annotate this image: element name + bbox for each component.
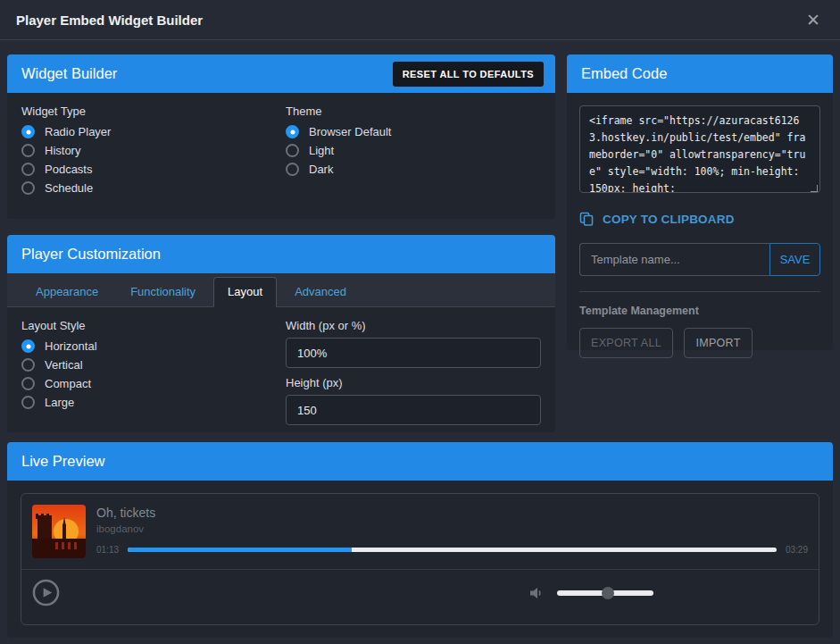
current-time: 01:13 — [96, 545, 119, 555]
radio-selected-icon[interactable] — [21, 125, 35, 138]
close-icon[interactable]: ✕ — [803, 10, 824, 30]
layout-style-label: Layout Style — [21, 319, 286, 332]
live-preview-title: Live Preview — [21, 453, 105, 470]
copy-to-clipboard-label: COPY TO CLIPBOARD — [603, 213, 735, 226]
radio-layout-large[interactable]: Large — [21, 393, 286, 412]
radio-player-widget: Oh, tickets ibogdanov 01:13 03:29 — [21, 493, 819, 625]
player-customization-header: Player Customization — [7, 235, 555, 273]
radio-label: Dark — [309, 163, 333, 176]
radio-label: Browser Default — [309, 125, 391, 138]
tab-appearance[interactable]: Appearance — [21, 277, 112, 306]
widget-type-group: Widget Type Radio Player History Podcast… — [21, 105, 286, 197]
radio-layout-compact[interactable]: Compact — [21, 374, 286, 393]
template-management-label: Template Management — [579, 305, 820, 317]
embed-code-textarea[interactable]: <iframe src="https://azuracast61263.host… — [579, 105, 820, 193]
radio-selected-icon[interactable] — [286, 125, 299, 138]
radio-theme-light[interactable]: Light — [286, 141, 541, 160]
radio-unselected-icon[interactable] — [21, 358, 35, 372]
song-title: Oh, tickets — [96, 506, 808, 520]
player-customization-panel: Player Customization Appearance Function… — [7, 235, 555, 432]
widget-builder-title: Widget Builder — [21, 65, 117, 82]
customization-tabbar: Appearance Functionality Layout Advanced — [7, 273, 555, 307]
radio-unselected-icon[interactable] — [21, 377, 35, 390]
radio-unselected-icon[interactable] — [21, 181, 35, 195]
radio-label: Light — [309, 144, 334, 157]
play-button[interactable] — [32, 579, 60, 606]
embed-code-header: Embed Code — [567, 54, 833, 93]
volume-thumb[interactable] — [602, 587, 614, 599]
divider — [579, 291, 820, 292]
radio-label: Vertical — [45, 358, 83, 372]
radio-label: History — [45, 144, 80, 157]
radio-label: Radio Player — [45, 125, 111, 138]
widget-type-label: Widget Type — [21, 105, 286, 118]
volume-icon[interactable] — [530, 587, 544, 599]
album-art — [32, 505, 86, 558]
radio-widget-type-history[interactable]: History — [21, 141, 286, 160]
radio-label: Schedule — [45, 181, 93, 195]
radio-selected-icon[interactable] — [21, 339, 35, 353]
radio-unselected-icon[interactable] — [286, 144, 299, 157]
radio-unselected-icon[interactable] — [21, 163, 35, 176]
radio-label: Large — [45, 396, 74, 409]
theme-group: Theme Browser Default Light Dark — [286, 105, 541, 197]
radio-layout-horizontal[interactable]: Horizontal — [21, 337, 286, 355]
radio-widget-type-schedule[interactable]: Schedule — [21, 179, 286, 197]
radio-theme-browser-default[interactable]: Browser Default — [286, 122, 541, 141]
radio-unselected-icon[interactable] — [21, 144, 35, 157]
height-input[interactable] — [286, 395, 541, 425]
radio-unselected-icon[interactable] — [286, 163, 299, 176]
radio-label: Horizontal — [45, 339, 97, 353]
song-artist: ibogdanov — [96, 523, 808, 534]
height-field-label: Height (px) — [286, 376, 541, 389]
radio-label: Compact — [45, 377, 91, 390]
copy-icon — [579, 212, 594, 226]
tab-functionality[interactable]: Functionality — [116, 277, 210, 306]
live-preview-panel: Live Preview — [7, 442, 833, 638]
live-preview-header: Live Preview — [7, 442, 833, 481]
width-input[interactable] — [286, 338, 541, 368]
width-field-label: Width (px or %) — [286, 319, 541, 332]
dialog-title: Player Embed Widget Builder — [16, 13, 203, 28]
progress-fill — [128, 548, 352, 552]
duration: 03:29 — [786, 545, 808, 555]
radio-widget-type-podcasts[interactable]: Podcasts — [21, 160, 286, 179]
radio-layout-vertical[interactable]: Vertical — [21, 355, 286, 374]
export-all-button[interactable]: EXPORT ALL — [579, 328, 673, 358]
reset-all-button[interactable]: RESET ALL TO DEFAULTS — [393, 62, 544, 87]
progress-bar[interactable] — [128, 548, 777, 552]
layout-style-group: Layout Style Horizontal Vertical Compact… — [21, 319, 286, 425]
embed-code-panel: Embed Code <iframe src="https://azuracas… — [567, 54, 833, 350]
player-customization-title: Player Customization — [21, 246, 161, 263]
save-template-button[interactable]: SAVE — [769, 243, 820, 276]
radio-theme-dark[interactable]: Dark — [286, 160, 541, 179]
embed-code-title: Embed Code — [581, 65, 667, 82]
dialog-titlebar: Player Embed Widget Builder ✕ — [0, 0, 840, 40]
template-name-input[interactable] — [579, 243, 769, 276]
volume-slider[interactable] — [557, 590, 653, 596]
tab-advanced[interactable]: Advanced — [280, 277, 361, 306]
theme-label: Theme — [286, 105, 541, 118]
tab-layout[interactable]: Layout — [213, 277, 277, 307]
widget-builder-panel: Widget Builder RESET ALL TO DEFAULTS Wid… — [7, 54, 555, 219]
radio-widget-type-radio-player[interactable]: Radio Player — [21, 122, 286, 141]
copy-to-clipboard-button[interactable]: COPY TO CLIPBOARD — [579, 212, 820, 226]
radio-unselected-icon[interactable] — [21, 396, 35, 409]
widget-builder-header: Widget Builder RESET ALL TO DEFAULTS — [7, 54, 555, 93]
radio-label: Podcasts — [45, 163, 92, 176]
import-button[interactable]: IMPORT — [684, 328, 752, 358]
